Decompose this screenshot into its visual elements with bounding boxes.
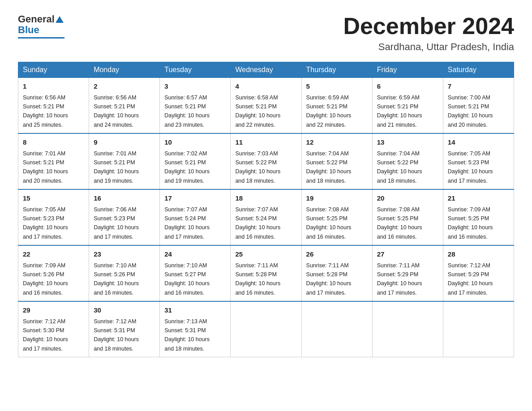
day-info: Sunrise: 7:08 AMSunset: 5:25 PMDaylight:…	[306, 206, 352, 240]
day-info: Sunrise: 7:10 AMSunset: 5:27 PMDaylight:…	[164, 262, 210, 296]
calendar-cell: 28 Sunrise: 7:12 AMSunset: 5:29 PMDaylig…	[443, 245, 514, 301]
day-info: Sunrise: 7:03 AMSunset: 5:22 PMDaylight:…	[235, 150, 280, 184]
calendar-cell: 27 Sunrise: 7:11 AMSunset: 5:29 PMDaylig…	[372, 245, 443, 301]
day-info: Sunrise: 7:12 AMSunset: 5:29 PMDaylight:…	[448, 262, 493, 296]
location-title: Sardhana, Uttar Pradesh, India	[343, 41, 514, 53]
calendar-week-row: 22 Sunrise: 7:09 AMSunset: 5:26 PMDaylig…	[18, 245, 514, 301]
page-header: General Blue December 2024 Sardhana, Utt…	[18, 13, 514, 53]
day-number: 20	[377, 193, 438, 204]
calendar-cell: 12 Sunrise: 7:04 AMSunset: 5:22 PMDaylig…	[301, 133, 372, 189]
day-number: 1	[23, 81, 84, 92]
day-number: 2	[94, 81, 155, 92]
calendar-cell: 13 Sunrise: 7:04 AMSunset: 5:22 PMDaylig…	[372, 133, 443, 189]
day-number: 24	[164, 249, 226, 260]
calendar-cell	[231, 301, 301, 357]
day-info: Sunrise: 7:12 AMSunset: 5:30 PMDaylight:…	[23, 318, 68, 352]
day-number: 14	[448, 137, 509, 148]
day-info: Sunrise: 7:06 AMSunset: 5:23 PMDaylight:…	[94, 206, 139, 240]
header-saturday: Saturday	[443, 62, 514, 78]
calendar-cell: 26 Sunrise: 7:11 AMSunset: 5:28 PMDaylig…	[301, 245, 372, 301]
day-info: Sunrise: 7:09 AMSunset: 5:26 PMDaylight:…	[23, 262, 68, 296]
calendar-cell: 1 Sunrise: 6:56 AMSunset: 5:21 PMDayligh…	[18, 78, 89, 134]
calendar-cell: 30 Sunrise: 7:12 AMSunset: 5:31 PMDaylig…	[89, 301, 160, 357]
calendar-cell: 14 Sunrise: 7:05 AMSunset: 5:23 PMDaylig…	[443, 133, 514, 189]
calendar-cell	[443, 301, 514, 357]
day-number: 25	[235, 249, 296, 260]
day-number: 22	[23, 249, 84, 260]
day-info: Sunrise: 7:09 AMSunset: 5:25 PMDaylight:…	[448, 206, 493, 240]
day-info: Sunrise: 7:05 AMSunset: 5:23 PMDaylight:…	[448, 150, 493, 184]
calendar-cell: 22 Sunrise: 7:09 AMSunset: 5:26 PMDaylig…	[18, 245, 89, 301]
day-number: 9	[94, 137, 155, 148]
day-number: 16	[94, 193, 155, 204]
calendar-cell: 16 Sunrise: 7:06 AMSunset: 5:23 PMDaylig…	[89, 189, 160, 245]
calendar-cell: 7 Sunrise: 7:00 AMSunset: 5:21 PMDayligh…	[443, 78, 514, 134]
calendar-cell: 18 Sunrise: 7:07 AMSunset: 5:24 PMDaylig…	[231, 189, 301, 245]
calendar-title-area: December 2024 Sardhana, Uttar Pradesh, I…	[343, 13, 514, 53]
day-info: Sunrise: 7:07 AMSunset: 5:24 PMDaylight:…	[164, 206, 210, 240]
header-wednesday: Wednesday	[231, 62, 301, 78]
day-info: Sunrise: 7:10 AMSunset: 5:26 PMDaylight:…	[94, 262, 139, 296]
calendar-cell: 3 Sunrise: 6:57 AMSunset: 5:21 PMDayligh…	[160, 78, 231, 134]
calendar-cell: 6 Sunrise: 6:59 AMSunset: 5:21 PMDayligh…	[372, 78, 443, 134]
calendar-cell: 2 Sunrise: 6:56 AMSunset: 5:21 PMDayligh…	[89, 78, 160, 134]
calendar-week-row: 1 Sunrise: 6:56 AMSunset: 5:21 PMDayligh…	[18, 78, 514, 134]
day-number: 27	[377, 249, 438, 260]
day-info: Sunrise: 6:57 AMSunset: 5:21 PMDaylight:…	[164, 94, 210, 128]
day-info: Sunrise: 6:59 AMSunset: 5:21 PMDaylight:…	[306, 94, 352, 128]
calendar-cell: 17 Sunrise: 7:07 AMSunset: 5:24 PMDaylig…	[160, 189, 231, 245]
day-number: 12	[306, 137, 368, 148]
calendar-cell: 11 Sunrise: 7:03 AMSunset: 5:22 PMDaylig…	[231, 133, 301, 189]
header-monday: Monday	[89, 62, 160, 78]
day-info: Sunrise: 7:11 AMSunset: 5:28 PMDaylight:…	[235, 262, 280, 296]
day-info: Sunrise: 7:01 AMSunset: 5:21 PMDaylight:…	[94, 150, 139, 184]
day-number: 28	[448, 249, 509, 260]
header-friday: Friday	[372, 62, 443, 78]
calendar-cell	[301, 301, 372, 357]
calendar-cell: 15 Sunrise: 7:05 AMSunset: 5:23 PMDaylig…	[18, 189, 89, 245]
calendar-cell: 8 Sunrise: 7:01 AMSunset: 5:21 PMDayligh…	[18, 133, 89, 189]
day-info: Sunrise: 6:56 AMSunset: 5:21 PMDaylight:…	[94, 94, 139, 128]
calendar-cell: 23 Sunrise: 7:10 AMSunset: 5:26 PMDaylig…	[89, 245, 160, 301]
logo-blue-text: Blue	[18, 24, 39, 36]
day-info: Sunrise: 6:59 AMSunset: 5:21 PMDaylight:…	[377, 94, 422, 128]
calendar-cell: 10 Sunrise: 7:02 AMSunset: 5:21 PMDaylig…	[160, 133, 231, 189]
day-number: 10	[164, 137, 226, 148]
day-info: Sunrise: 7:00 AMSunset: 5:21 PMDaylight:…	[448, 94, 493, 128]
day-number: 17	[164, 193, 226, 204]
day-number: 31	[164, 305, 226, 316]
logo-general-text: General	[18, 13, 55, 25]
day-number: 30	[94, 305, 155, 316]
calendar-cell: 19 Sunrise: 7:08 AMSunset: 5:25 PMDaylig…	[301, 189, 372, 245]
calendar-cell: 31 Sunrise: 7:13 AMSunset: 5:31 PMDaylig…	[160, 301, 231, 357]
day-number: 5	[306, 81, 368, 92]
header-thursday: Thursday	[301, 62, 372, 78]
calendar-cell	[372, 301, 443, 357]
day-number: 21	[448, 193, 509, 204]
month-title: December 2024	[343, 13, 514, 39]
day-info: Sunrise: 6:56 AMSunset: 5:21 PMDaylight:…	[23, 94, 68, 128]
calendar-cell: 5 Sunrise: 6:59 AMSunset: 5:21 PMDayligh…	[301, 78, 372, 134]
logo: General Blue	[18, 13, 64, 39]
calendar-cell: 24 Sunrise: 7:10 AMSunset: 5:27 PMDaylig…	[160, 245, 231, 301]
day-number: 26	[306, 249, 368, 260]
day-info: Sunrise: 7:04 AMSunset: 5:22 PMDaylight:…	[377, 150, 422, 184]
day-info: Sunrise: 7:05 AMSunset: 5:23 PMDaylight:…	[23, 206, 68, 240]
calendar-cell: 4 Sunrise: 6:58 AMSunset: 5:21 PMDayligh…	[231, 78, 301, 134]
day-number: 13	[377, 137, 438, 148]
day-number: 19	[306, 193, 368, 204]
calendar-week-row: 8 Sunrise: 7:01 AMSunset: 5:21 PMDayligh…	[18, 133, 514, 189]
calendar-cell: 25 Sunrise: 7:11 AMSunset: 5:28 PMDaylig…	[231, 245, 301, 301]
calendar-header-row: Sunday Monday Tuesday Wednesday Thursday…	[18, 62, 514, 78]
day-number: 23	[94, 249, 155, 260]
day-info: Sunrise: 7:01 AMSunset: 5:21 PMDaylight:…	[23, 150, 68, 184]
day-number: 18	[235, 193, 296, 204]
day-number: 4	[235, 81, 296, 92]
calendar-table: Sunday Monday Tuesday Wednesday Thursday…	[18, 62, 514, 357]
day-info: Sunrise: 7:13 AMSunset: 5:31 PMDaylight:…	[164, 318, 210, 352]
header-sunday: Sunday	[18, 62, 89, 78]
day-number: 3	[164, 81, 226, 92]
day-number: 11	[235, 137, 296, 148]
day-info: Sunrise: 6:58 AMSunset: 5:21 PMDaylight:…	[235, 94, 280, 128]
day-number: 6	[377, 81, 438, 92]
